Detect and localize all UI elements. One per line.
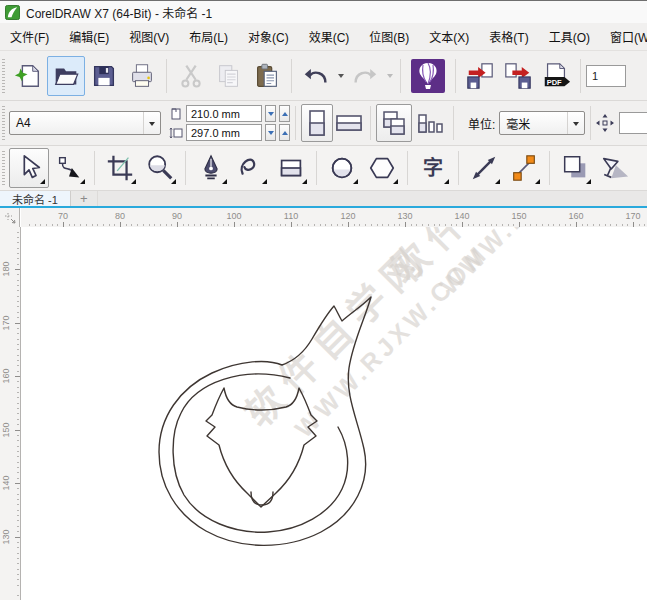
horizontal-ruler[interactable]: 708090100110120130140150160170 [21, 208, 647, 227]
connector-icon [509, 153, 539, 183]
window-title: CorelDRAW X7 (64-Bit) - 未命名 -1 [26, 4, 212, 21]
current-page-button[interactable] [412, 104, 448, 142]
fox-head-path [206, 388, 317, 507]
redo-dropdown[interactable] [384, 56, 395, 96]
pdf-icon: PDF [541, 61, 571, 91]
cut-button[interactable] [172, 56, 210, 96]
cut-scissors-icon [176, 61, 206, 91]
page-height-field[interactable]: 297.0 mm [186, 124, 262, 141]
menu-effects[interactable]: 效果(C) [299, 23, 360, 50]
portrait-icon [305, 109, 329, 137]
open-button[interactable] [47, 56, 85, 96]
all-pages-icon [380, 109, 408, 137]
document-tab-active[interactable]: 未命名 -1 [0, 191, 71, 206]
undo-button[interactable] [297, 56, 335, 96]
menu-tools[interactable]: 工具(O) [539, 23, 600, 50]
menu-text[interactable]: 文本(X) [419, 23, 479, 50]
polygon-icon [367, 153, 397, 183]
rectangle-icon [276, 153, 306, 183]
menu-object[interactable]: 对象(C) [238, 23, 299, 50]
menu-view[interactable]: 视图(V) [119, 23, 179, 50]
page-width-icon [169, 107, 183, 121]
zoom-level-field[interactable]: 1 [586, 65, 626, 87]
property-bar-grip[interactable] [2, 106, 5, 140]
copy-button[interactable] [210, 56, 248, 96]
toolbox-separator [407, 151, 408, 185]
undo-dropdown[interactable] [335, 56, 346, 96]
smart-drawing-tool[interactable] [231, 148, 271, 188]
import-button[interactable] [461, 56, 499, 96]
print-button[interactable] [123, 56, 161, 96]
menu-file[interactable]: 文件(F) [0, 23, 59, 50]
export-icon [503, 61, 533, 91]
crop-tool[interactable] [100, 148, 140, 188]
units-select[interactable]: 毫米 [499, 111, 585, 135]
ellipse-tool[interactable] [322, 148, 362, 188]
nudge-offset-field[interactable] [619, 112, 647, 134]
fox-logo-drawing[interactable] [21, 227, 647, 600]
open-folder-icon [51, 61, 81, 91]
property-bar-separator [453, 106, 454, 140]
landscape-button[interactable] [333, 104, 365, 142]
fox-inner-ring-path [173, 374, 348, 532]
property-bar-separator [295, 106, 296, 140]
export-button[interactable] [499, 56, 537, 96]
page-width-field[interactable]: 210.0 mm [186, 105, 262, 122]
text-tool[interactable]: 字 [413, 148, 453, 188]
save-button[interactable] [85, 56, 123, 96]
menu-table[interactable]: 表格(T) [479, 23, 538, 50]
welcome-screen-button[interactable] [406, 56, 450, 96]
toolbar-separator [580, 59, 581, 93]
curve-swirl-icon [236, 153, 266, 183]
ruler-origin[interactable] [0, 208, 20, 227]
svg-text:PDF: PDF [547, 77, 562, 86]
vertical-ruler[interactable]: 180170160150140130 [0, 227, 21, 600]
pick-tool[interactable] [9, 148, 49, 188]
rectangle-tool[interactable] [271, 148, 311, 188]
chevron-down-icon [143, 112, 160, 134]
page-size-select[interactable]: A4 [9, 111, 161, 135]
nudge-offset-icon [596, 114, 614, 132]
drop-shadow-icon [560, 153, 590, 183]
dimension-arrow-icon [469, 153, 499, 183]
freehand-tool[interactable] [191, 148, 231, 188]
zoom-tool[interactable] [140, 148, 180, 188]
menu-bar: 文件(F) 编辑(E) 视图(V) 布局(L) 对象(C) 效果(C) 位图(B… [0, 23, 647, 51]
height-spin-up-button[interactable] [279, 124, 290, 141]
import-icon [465, 61, 495, 91]
polygon-tool[interactable] [362, 148, 402, 188]
copy-icon [214, 61, 244, 91]
portrait-button[interactable] [301, 104, 333, 142]
document-tab-bar: 未命名 -1 + [0, 191, 647, 206]
connector-tool[interactable] [504, 148, 544, 188]
toolbar-grip[interactable] [2, 59, 5, 93]
property-bar: A4 210.0 mm 297.0 mm [0, 101, 647, 146]
dimension-tool[interactable] [464, 148, 504, 188]
property-bar-separator [590, 106, 591, 140]
page-dimensions-group: 210.0 mm 297.0 mm [169, 105, 290, 141]
drop-shadow-tool[interactable] [555, 148, 595, 188]
new-tab-button[interactable]: + [71, 191, 98, 206]
menu-layout[interactable]: 布局(L) [179, 23, 238, 50]
drawing-canvas[interactable]: 软件自学网 WWW.RJXW.COM 软件自学网 WWW.RJXW.COM [21, 227, 647, 600]
menu-window[interactable]: 窗口(W) [600, 23, 647, 50]
menu-edit[interactable]: 编辑(E) [59, 23, 119, 50]
transparency-tool[interactable] [595, 148, 635, 188]
menu-bitmaps[interactable]: 位图(B) [359, 23, 419, 50]
new-document-button[interactable] [9, 56, 47, 96]
pick-arrow-icon [14, 153, 44, 183]
redo-button[interactable] [346, 56, 384, 96]
shape-tool[interactable] [49, 148, 89, 188]
ellipse-icon [327, 153, 357, 183]
new-document-icon [13, 61, 43, 91]
paste-button[interactable] [248, 56, 286, 96]
width-spin-up-button[interactable] [279, 105, 290, 122]
magnifier-icon [145, 153, 175, 183]
height-spin-down-button[interactable] [265, 124, 276, 141]
width-spin-down-button[interactable] [265, 105, 276, 122]
all-pages-button[interactable] [376, 104, 412, 142]
toolbox-grip[interactable] [2, 151, 5, 185]
ruler-origin-icon [4, 212, 16, 224]
publish-pdf-button[interactable]: PDF [537, 56, 575, 96]
coreldraw-app-icon [5, 5, 20, 20]
